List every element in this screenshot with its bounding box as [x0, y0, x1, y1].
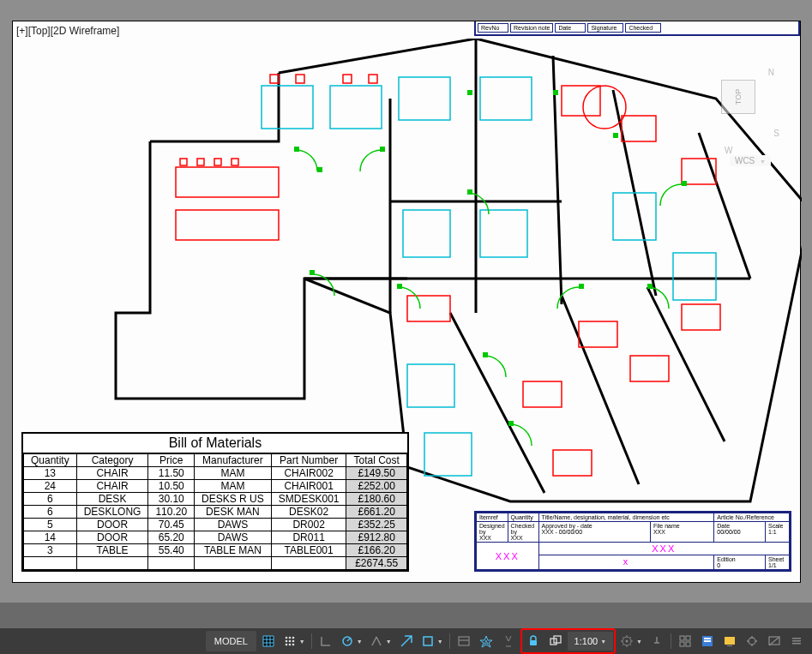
svg-point-61 — [626, 640, 629, 643]
canvas-area[interactable]: [+][Top][2D Wireframe] RevNo Revision no… — [0, 0, 812, 603]
table-row: 6DESKLONG110.20DESK MANDESK02£661.20 — [24, 506, 407, 519]
svg-rect-25 — [369, 75, 377, 83]
object-snap-tracking-button[interactable] — [396, 631, 417, 651]
table-row: 5DOOR70.45DAWSDR002£352.25 — [24, 519, 407, 531]
svg-rect-14 — [682, 159, 716, 184]
rev-col-date: Date — [555, 23, 586, 33]
isolate-objects-button[interactable] — [742, 631, 762, 651]
compass-n: N — [768, 68, 774, 77]
hardware-accel-button[interactable] — [719, 631, 740, 651]
svg-rect-64 — [680, 642, 684, 646]
svg-point-44 — [286, 637, 288, 639]
svg-rect-11 — [176, 210, 279, 240]
svg-rect-17 — [579, 321, 617, 347]
svg-rect-28 — [214, 159, 221, 165]
svg-rect-7 — [424, 433, 472, 476]
polar-tracking-button[interactable]: ▼ — [338, 631, 365, 651]
svg-rect-42 — [553, 90, 558, 95]
object-snap-button[interactable]: ▼ — [418, 631, 446, 651]
title-block: Itemref Quantity Title/Name, designation… — [474, 511, 791, 572]
svg-rect-34 — [310, 270, 315, 275]
svg-rect-20 — [553, 450, 592, 476]
bom-title: Bill of Materials — [23, 434, 407, 453]
svg-rect-3 — [480, 77, 532, 120]
ortho-mode-button[interactable] — [316, 631, 336, 651]
model-space-button[interactable]: MODEL — [206, 631, 256, 651]
rev-col-sig: Signature — [587, 23, 623, 33]
highlighted-controls: 1:100▼ — [520, 628, 616, 654]
snap-mode-button[interactable]: ▼ — [280, 631, 308, 651]
units-button[interactable] — [675, 631, 695, 651]
svg-rect-67 — [704, 638, 711, 639]
annotation-auto-button[interactable]: A — [476, 631, 496, 651]
svg-point-51 — [289, 644, 292, 646]
svg-rect-12 — [562, 86, 600, 116]
compass-s: S — [773, 129, 779, 138]
svg-rect-65 — [686, 642, 690, 646]
svg-rect-39 — [483, 352, 488, 357]
rev-col-revno: RevNo — [478, 23, 508, 33]
svg-rect-8 — [613, 193, 656, 240]
annotation-add-scale-button[interactable] — [498, 631, 519, 651]
show-annotation-button[interactable] — [454, 631, 474, 651]
rev-col-note: Revision note — [510, 23, 553, 33]
svg-rect-10 — [176, 167, 279, 197]
svg-rect-24 — [343, 75, 352, 83]
grid-display-button[interactable] — [258, 631, 279, 651]
svg-rect-18 — [630, 356, 669, 381]
svg-rect-75 — [792, 643, 801, 645]
table-row: 6DESK30.10DESKS R USSMDESK001£180.60 — [24, 493, 407, 506]
svg-rect-74 — [792, 640, 801, 642]
bill-of-materials: Bill of Materials QuantityCategoryPrice … — [21, 432, 409, 572]
svg-rect-55 — [459, 637, 469, 645]
annotation-scale-selector[interactable]: 1:100▼ — [568, 632, 613, 651]
svg-rect-68 — [704, 640, 711, 642]
svg-rect-27 — [197, 159, 204, 165]
svg-rect-30 — [294, 147, 299, 152]
drawing-sheet: [+][Top][2D Wireframe] RevNo Revision no… — [12, 21, 801, 583]
svg-rect-43 — [613, 133, 618, 138]
svg-rect-40 — [508, 421, 514, 426]
viewcube[interactable]: TOP N S W — [695, 63, 781, 148]
isometric-drafting-button[interactable]: ▼ — [367, 631, 394, 651]
svg-rect-35 — [397, 284, 402, 289]
svg-rect-29 — [232, 159, 238, 165]
annotation-monitor-button[interactable] — [647, 631, 667, 651]
lock-ui-button[interactable] — [523, 631, 544, 651]
svg-rect-69 — [725, 637, 735, 645]
customization-button[interactable] — [786, 631, 807, 651]
svg-text:A: A — [484, 639, 489, 646]
table-row: 13CHAIR11.50MAMCHAIR002£149.50 — [24, 467, 407, 480]
statusbar: MODEL ▼ ▼ ▼ ▼ A 1:100▼ ▼ — [0, 628, 812, 654]
svg-rect-15 — [407, 296, 450, 321]
svg-rect-62 — [680, 636, 684, 640]
clean-screen-button[interactable] — [764, 631, 785, 651]
quick-properties-button[interactable] — [697, 631, 718, 651]
svg-rect-16 — [523, 381, 562, 407]
svg-point-49 — [292, 640, 295, 643]
svg-rect-63 — [686, 636, 690, 640]
svg-point-48 — [289, 640, 292, 643]
svg-rect-23 — [296, 75, 304, 83]
view-label[interactable]: [+][Top][2D Wireframe] — [16, 25, 119, 37]
svg-rect-1 — [330, 86, 382, 129]
svg-rect-9 — [673, 253, 716, 300]
svg-point-45 — [289, 637, 292, 639]
svg-rect-36 — [579, 284, 584, 289]
svg-rect-31 — [317, 167, 322, 172]
wcs-label[interactable]: WCS ▼ — [730, 155, 771, 166]
bom-header-row: QuantityCategoryPrice ManufacturerPart N… — [24, 454, 407, 467]
svg-rect-33 — [467, 189, 472, 195]
table-total-row: £2674.55 — [24, 557, 407, 570]
svg-rect-37 — [647, 284, 653, 289]
svg-rect-6 — [407, 364, 454, 407]
rev-col-checked: Checked — [625, 23, 661, 33]
table-row: 14DOOR65.20DAWSDR011£912.80 — [24, 531, 407, 544]
svg-rect-54 — [424, 637, 432, 645]
annotation-scale-icon[interactable] — [545, 631, 566, 651]
workspace-switch-button[interactable]: ▼ — [617, 631, 645, 651]
svg-rect-57 — [530, 640, 537, 645]
viewcube-face[interactable]: TOP — [721, 80, 755, 114]
svg-rect-41 — [467, 90, 472, 95]
svg-point-46 — [292, 637, 295, 639]
